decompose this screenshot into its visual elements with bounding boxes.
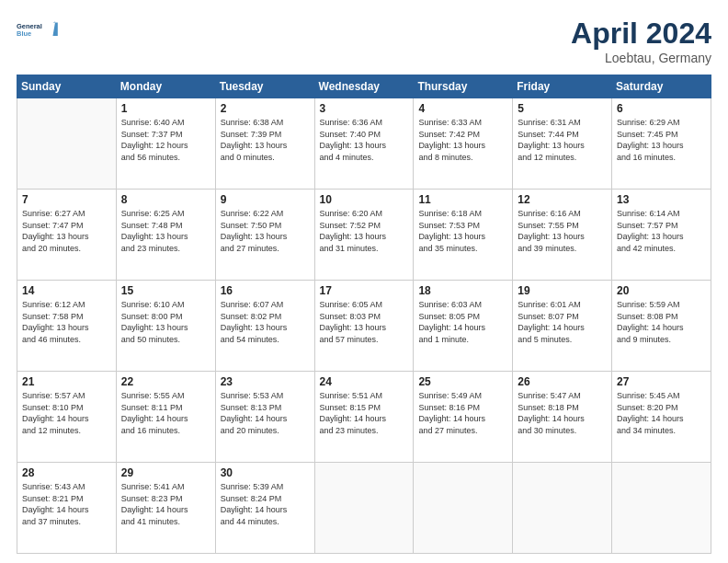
- day-number: 28: [22, 466, 111, 479]
- table-cell: 2Sunrise: 6:38 AM Sunset: 7:39 PM Daylig…: [215, 98, 314, 190]
- svg-text:Blue: Blue: [17, 29, 31, 38]
- week-row-5: 28Sunrise: 5:43 AM Sunset: 8:21 PM Dayli…: [17, 463, 711, 554]
- table-cell: 21Sunrise: 5:57 AM Sunset: 8:10 PM Dayli…: [17, 372, 117, 463]
- table-cell: 26Sunrise: 5:47 AM Sunset: 8:18 PM Dayli…: [513, 372, 612, 463]
- day-info: Sunrise: 5:57 AM Sunset: 8:10 PM Dayligh…: [22, 390, 111, 436]
- day-number: 15: [121, 284, 210, 297]
- week-row-2: 7Sunrise: 6:27 AM Sunset: 7:47 PM Daylig…: [17, 190, 711, 281]
- day-info: Sunrise: 5:47 AM Sunset: 8:18 PM Dayligh…: [518, 390, 607, 436]
- table-cell: 25Sunrise: 5:49 AM Sunset: 8:16 PM Dayli…: [414, 372, 513, 463]
- day-info: Sunrise: 6:05 AM Sunset: 8:03 PM Dayligh…: [320, 299, 409, 345]
- table-cell: 17Sunrise: 6:05 AM Sunset: 8:03 PM Dayli…: [314, 281, 414, 372]
- table-cell: 13Sunrise: 6:14 AM Sunset: 7:57 PM Dayli…: [612, 190, 711, 281]
- calendar-table: Sunday Monday Tuesday Wednesday Thursday…: [17, 75, 711, 554]
- table-cell: 9Sunrise: 6:22 AM Sunset: 7:50 PM Daylig…: [215, 190, 314, 281]
- day-number: 18: [418, 284, 507, 297]
- col-wednesday: Wednesday: [314, 75, 414, 98]
- table-cell: 3Sunrise: 6:36 AM Sunset: 7:40 PM Daylig…: [314, 98, 414, 190]
- day-number: 12: [518, 193, 607, 206]
- logo: GeneralBlue: [17, 17, 61, 42]
- day-info: Sunrise: 5:39 AM Sunset: 8:24 PM Dayligh…: [221, 481, 310, 527]
- table-cell: 18Sunrise: 6:03 AM Sunset: 8:05 PM Dayli…: [414, 281, 513, 372]
- table-cell: 28Sunrise: 5:43 AM Sunset: 8:21 PM Dayli…: [17, 463, 117, 554]
- day-number: 21: [22, 375, 111, 388]
- day-number: 3: [320, 102, 409, 115]
- logo-icon: GeneralBlue: [17, 17, 61, 42]
- header: GeneralBlue April 2024 Loebtau, Germany: [17, 17, 711, 65]
- day-number: 14: [22, 284, 111, 297]
- col-saturday: Saturday: [612, 75, 711, 98]
- day-number: 23: [221, 375, 310, 388]
- day-info: Sunrise: 6:16 AM Sunset: 7:55 PM Dayligh…: [518, 208, 607, 254]
- day-info: Sunrise: 6:10 AM Sunset: 8:00 PM Dayligh…: [121, 299, 210, 345]
- day-info: Sunrise: 5:43 AM Sunset: 8:21 PM Dayligh…: [22, 481, 111, 527]
- table-cell: 22Sunrise: 5:55 AM Sunset: 8:11 PM Dayli…: [116, 372, 215, 463]
- col-friday: Friday: [513, 75, 612, 98]
- day-info: Sunrise: 6:36 AM Sunset: 7:40 PM Dayligh…: [320, 117, 409, 163]
- day-number: 25: [418, 375, 507, 388]
- day-info: Sunrise: 6:38 AM Sunset: 7:39 PM Dayligh…: [221, 117, 310, 163]
- day-info: Sunrise: 5:49 AM Sunset: 8:16 PM Dayligh…: [418, 390, 507, 436]
- table-cell: 14Sunrise: 6:12 AM Sunset: 7:58 PM Dayli…: [17, 281, 117, 372]
- day-info: Sunrise: 5:51 AM Sunset: 8:15 PM Dayligh…: [320, 390, 409, 436]
- table-cell: [414, 463, 513, 554]
- table-cell: 30Sunrise: 5:39 AM Sunset: 8:24 PM Dayli…: [215, 463, 314, 554]
- day-number: 13: [617, 193, 706, 206]
- page: GeneralBlue April 2024 Loebtau, Germany …: [0, 0, 728, 563]
- day-number: 22: [121, 375, 210, 388]
- day-number: 27: [617, 375, 706, 388]
- day-info: Sunrise: 6:31 AM Sunset: 7:44 PM Dayligh…: [518, 117, 607, 163]
- day-number: 19: [518, 284, 607, 297]
- day-info: Sunrise: 6:40 AM Sunset: 7:37 PM Dayligh…: [121, 117, 210, 163]
- table-cell: 4Sunrise: 6:33 AM Sunset: 7:42 PM Daylig…: [414, 98, 513, 190]
- title-area: April 2024 Loebtau, Germany: [571, 17, 711, 65]
- day-number: 17: [320, 284, 409, 297]
- day-number: 20: [617, 284, 706, 297]
- day-info: Sunrise: 6:07 AM Sunset: 8:02 PM Dayligh…: [221, 299, 310, 345]
- day-number: 10: [320, 193, 409, 206]
- table-cell: 24Sunrise: 5:51 AM Sunset: 8:15 PM Dayli…: [314, 372, 414, 463]
- day-info: Sunrise: 6:33 AM Sunset: 7:42 PM Dayligh…: [418, 117, 507, 163]
- table-cell: 11Sunrise: 6:18 AM Sunset: 7:53 PM Dayli…: [414, 190, 513, 281]
- svg-marker-2: [52, 21, 57, 35]
- day-info: Sunrise: 6:03 AM Sunset: 8:05 PM Dayligh…: [418, 299, 507, 345]
- day-info: Sunrise: 6:14 AM Sunset: 7:57 PM Dayligh…: [617, 208, 706, 254]
- table-cell: [612, 463, 711, 554]
- day-info: Sunrise: 5:53 AM Sunset: 8:13 PM Dayligh…: [221, 390, 310, 436]
- col-monday: Monday: [116, 75, 215, 98]
- day-number: 29: [121, 466, 210, 479]
- location-subtitle: Loebtau, Germany: [571, 51, 711, 65]
- day-info: Sunrise: 5:45 AM Sunset: 8:20 PM Dayligh…: [617, 390, 706, 436]
- table-cell: 5Sunrise: 6:31 AM Sunset: 7:44 PM Daylig…: [513, 98, 612, 190]
- table-cell: [314, 463, 414, 554]
- table-cell: 7Sunrise: 6:27 AM Sunset: 7:47 PM Daylig…: [17, 190, 117, 281]
- day-info: Sunrise: 6:29 AM Sunset: 7:45 PM Dayligh…: [617, 117, 706, 163]
- week-row-3: 14Sunrise: 6:12 AM Sunset: 7:58 PM Dayli…: [17, 281, 711, 372]
- day-number: 5: [518, 102, 607, 115]
- day-number: 16: [221, 284, 310, 297]
- day-number: 2: [221, 102, 310, 115]
- table-cell: 8Sunrise: 6:25 AM Sunset: 7:48 PM Daylig…: [116, 190, 215, 281]
- table-cell: [513, 463, 612, 554]
- table-cell: 12Sunrise: 6:16 AM Sunset: 7:55 PM Dayli…: [513, 190, 612, 281]
- day-info: Sunrise: 6:01 AM Sunset: 8:07 PM Dayligh…: [518, 299, 607, 345]
- table-cell: 10Sunrise: 6:20 AM Sunset: 7:52 PM Dayli…: [314, 190, 414, 281]
- week-row-1: 1Sunrise: 6:40 AM Sunset: 7:37 PM Daylig…: [17, 98, 711, 190]
- day-number: 8: [121, 193, 210, 206]
- table-cell: 1Sunrise: 6:40 AM Sunset: 7:37 PM Daylig…: [116, 98, 215, 190]
- day-info: Sunrise: 6:27 AM Sunset: 7:47 PM Dayligh…: [22, 208, 111, 254]
- day-info: Sunrise: 5:59 AM Sunset: 8:08 PM Dayligh…: [617, 299, 706, 345]
- day-info: Sunrise: 6:20 AM Sunset: 7:52 PM Dayligh…: [320, 208, 409, 254]
- day-number: 9: [221, 193, 310, 206]
- day-number: 26: [518, 375, 607, 388]
- col-thursday: Thursday: [414, 75, 513, 98]
- col-tuesday: Tuesday: [215, 75, 314, 98]
- table-cell: 19Sunrise: 6:01 AM Sunset: 8:07 PM Dayli…: [513, 281, 612, 372]
- day-number: 4: [418, 102, 507, 115]
- day-number: 7: [22, 193, 111, 206]
- day-info: Sunrise: 6:12 AM Sunset: 7:58 PM Dayligh…: [22, 299, 111, 345]
- day-number: 11: [418, 193, 507, 206]
- day-info: Sunrise: 6:25 AM Sunset: 7:48 PM Dayligh…: [121, 208, 210, 254]
- day-info: Sunrise: 5:41 AM Sunset: 8:23 PM Dayligh…: [121, 481, 210, 527]
- day-info: Sunrise: 6:18 AM Sunset: 7:53 PM Dayligh…: [418, 208, 507, 254]
